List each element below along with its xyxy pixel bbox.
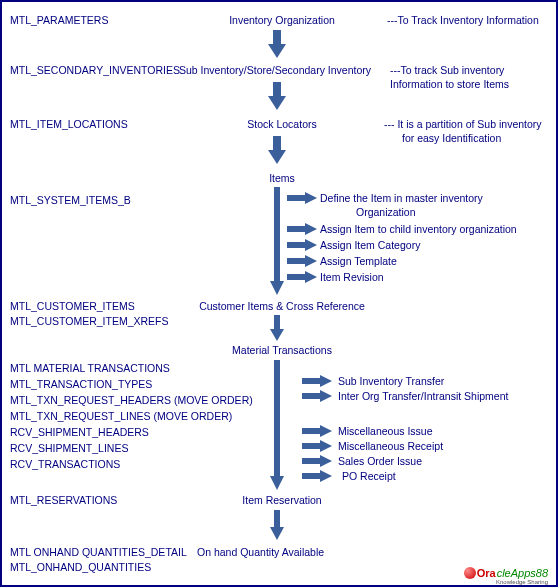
table-name: MTL_PARAMETERS bbox=[10, 14, 108, 26]
table-name: MTL_CUSTOMER_ITEMS bbox=[10, 300, 135, 312]
table-name: MTL_ONHAND_QUANTITIES bbox=[10, 561, 151, 573]
svg-rect-30 bbox=[302, 458, 322, 464]
svg-marker-1 bbox=[268, 44, 286, 58]
mt-sub-label: Inter Org Transfer/Intransit Shipment bbox=[338, 390, 508, 402]
svg-rect-8 bbox=[287, 195, 307, 201]
table-name: MTL_SECONDARY_INVENTORIES bbox=[10, 64, 180, 76]
item-sub-label: Organization bbox=[356, 206, 416, 218]
arrow-down-icon bbox=[268, 82, 286, 110]
table-name: MTL_CUSTOMER_ITEM_XREFS bbox=[10, 315, 169, 327]
entity-label: Sub Inventory/Store/Secondary Inventory bbox=[179, 64, 389, 76]
table-name: MTL_TXN_REQUEST_LINES (MOVE ORDER) bbox=[10, 410, 232, 422]
svg-rect-12 bbox=[287, 242, 307, 248]
entity-desc: ---To track Sub inventory bbox=[390, 64, 504, 76]
mt-sub-label: PO Receipt bbox=[342, 470, 396, 482]
arrow-down-icon bbox=[268, 30, 286, 58]
entity-label: Customer Items & Cross Reference bbox=[182, 300, 382, 312]
entity-label: Material Transactions bbox=[182, 344, 382, 356]
entity-desc: ---To Track Inventory Information bbox=[387, 14, 539, 26]
entity-label: Item Reservation bbox=[182, 494, 382, 506]
svg-rect-32 bbox=[302, 473, 322, 479]
arrow-down-icon bbox=[268, 136, 286, 164]
entity-label: On hand Quantity Available bbox=[197, 546, 397, 558]
arrow-down-icon bbox=[270, 315, 284, 341]
svg-marker-13 bbox=[305, 239, 317, 251]
arrow-right-icon bbox=[302, 375, 332, 387]
item-sub-label: Item Revision bbox=[320, 271, 384, 283]
svg-marker-27 bbox=[320, 425, 332, 437]
table-name: MTL_TXN_REQUEST_HEADERS (MOVE ORDER) bbox=[10, 394, 253, 406]
svg-marker-11 bbox=[305, 223, 317, 235]
table-name: MTL_RESERVATIONS bbox=[10, 494, 117, 506]
item-sub-label: Assign Item Category bbox=[320, 239, 420, 251]
svg-marker-25 bbox=[320, 390, 332, 402]
arrow-right-icon bbox=[302, 440, 332, 452]
entity-desc: --- It is a partition of Sub inventory bbox=[384, 118, 542, 130]
entity-desc: Information to store Items bbox=[390, 78, 509, 90]
svg-marker-23 bbox=[320, 375, 332, 387]
mt-sub-label: Sales Order Issue bbox=[338, 455, 422, 467]
svg-marker-15 bbox=[305, 255, 317, 267]
svg-marker-9 bbox=[305, 192, 317, 204]
svg-rect-14 bbox=[287, 258, 307, 264]
svg-rect-0 bbox=[273, 30, 281, 46]
entity-label: Stock Locators bbox=[182, 118, 382, 130]
svg-marker-21 bbox=[270, 476, 284, 490]
entity-desc: for easy Identification bbox=[402, 132, 501, 144]
arrow-right-icon bbox=[287, 192, 317, 204]
table-name: RCV_SHIPMENT_HEADERS bbox=[10, 426, 149, 438]
mt-sub-label: Miscellaneous Issue bbox=[338, 425, 433, 437]
arrow-down-icon bbox=[270, 187, 284, 295]
arrow-right-icon bbox=[287, 255, 317, 267]
table-name: MTL MATERIAL TRANSACTIONS bbox=[10, 362, 170, 374]
svg-rect-2 bbox=[273, 82, 281, 98]
svg-marker-7 bbox=[270, 281, 284, 295]
item-sub-label: Define the Item in master inventory bbox=[320, 192, 483, 204]
arrow-right-icon bbox=[287, 223, 317, 235]
arrow-right-icon bbox=[302, 425, 332, 437]
entity-label: Items bbox=[182, 172, 382, 184]
arrow-right-icon bbox=[287, 239, 317, 251]
arrow-right-icon bbox=[302, 455, 332, 467]
entity-label: Inventory Organization bbox=[182, 14, 382, 26]
table-name: MTL ONHAND QUANTITIES_DETAIL bbox=[10, 546, 187, 558]
svg-marker-31 bbox=[320, 455, 332, 467]
svg-rect-16 bbox=[287, 274, 307, 280]
svg-rect-4 bbox=[273, 136, 281, 152]
table-name: RCV_SHIPMENT_LINES bbox=[10, 442, 128, 454]
svg-rect-26 bbox=[302, 428, 322, 434]
mt-sub-label: Miscellaneous Receipt bbox=[338, 440, 443, 452]
svg-marker-33 bbox=[320, 470, 332, 482]
svg-rect-18 bbox=[274, 315, 280, 330]
table-name: MTL_TRANSACTION_TYPES bbox=[10, 378, 152, 390]
svg-marker-3 bbox=[268, 96, 286, 110]
svg-marker-5 bbox=[268, 150, 286, 164]
svg-marker-19 bbox=[270, 329, 284, 341]
svg-rect-20 bbox=[274, 360, 280, 478]
svg-rect-22 bbox=[302, 378, 322, 384]
logo-subtext: Knowledge Sharing bbox=[496, 579, 548, 585]
item-sub-label: Assign Template bbox=[320, 255, 397, 267]
svg-marker-35 bbox=[270, 527, 284, 540]
svg-rect-24 bbox=[302, 393, 322, 399]
arrow-right-icon bbox=[302, 470, 332, 482]
arrow-down-icon bbox=[270, 360, 284, 490]
table-name: MTL_ITEM_LOCATIONS bbox=[10, 118, 128, 130]
diagram-container: MTL_PARAMETERS Inventory Organization --… bbox=[0, 0, 558, 587]
table-name: MTL_SYSTEM_ITEMS_B bbox=[10, 194, 131, 206]
svg-marker-17 bbox=[305, 271, 317, 283]
arrow-down-icon bbox=[270, 510, 284, 540]
logo-text: Ora bbox=[477, 567, 496, 579]
arrow-right-icon bbox=[302, 390, 332, 402]
arrow-right-icon bbox=[287, 271, 317, 283]
logo: OracleApps88 Knowledge Sharing bbox=[464, 567, 548, 579]
table-name: RCV_TRANSACTIONS bbox=[10, 458, 120, 470]
svg-marker-29 bbox=[320, 440, 332, 452]
mt-sub-label: Sub Inventory Transfer bbox=[338, 375, 444, 387]
item-sub-label: Assign Item to child inventory organizat… bbox=[320, 223, 517, 235]
logo-text: cleApps88 bbox=[497, 567, 548, 579]
svg-rect-28 bbox=[302, 443, 322, 449]
svg-rect-6 bbox=[274, 187, 280, 283]
logo-icon bbox=[464, 567, 476, 579]
svg-rect-34 bbox=[274, 510, 280, 528]
